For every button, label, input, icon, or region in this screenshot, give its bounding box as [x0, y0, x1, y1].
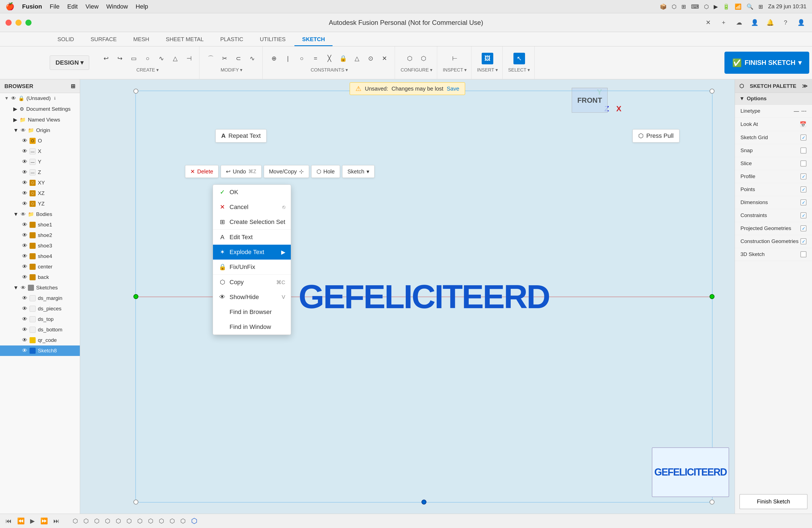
undo-button[interactable]: ↩ Undo ⌘Z	[221, 165, 262, 178]
maximize-button[interactable]	[25, 19, 31, 26]
bottom-icon-next-next[interactable]: ⏭	[52, 516, 60, 526]
ctx-find-in-window[interactable]: Find in Window	[213, 320, 291, 334]
autodesk-icon[interactable]: ⬡	[672, 3, 677, 10]
circle-c-tool[interactable]: ⊙	[365, 53, 376, 64]
tab-utilities[interactable]: UTILITIES	[252, 33, 293, 46]
points-checkbox[interactable]: ✓	[800, 186, 807, 192]
image-tool[interactable]: 🖼	[482, 53, 493, 64]
profile-checkbox[interactable]: ✓	[800, 173, 807, 179]
bottom-icon-prev-prev[interactable]: ⏮	[4, 516, 13, 526]
wave-tool[interactable]: ∿	[246, 53, 258, 64]
canvas-area[interactable]: ⚠ Unsaved: Changes may be lost Save Y X …	[80, 79, 735, 514]
search-icon[interactable]: 🔍	[746, 3, 753, 10]
help-icon[interactable]: ?	[780, 17, 791, 28]
battery-icon[interactable]: 🔋	[723, 3, 730, 10]
timeline-icon1[interactable]: ⬡	[72, 516, 79, 526]
ctx-ok[interactable]: ✓ OK	[213, 185, 291, 200]
ctx-fix-unfix[interactable]: 🔒 Fix/UnFix	[213, 260, 291, 275]
finish-sketch-button[interactable]: ✅ FINISH SKETCH ▾	[724, 52, 809, 74]
ctx-create-selection-set[interactable]: ⊞ Create Selection Set	[213, 215, 291, 230]
measure-tool[interactable]: ⊢	[449, 53, 461, 64]
play-icon[interactable]: ▶	[714, 3, 718, 10]
undo-tool[interactable]: ↩	[100, 53, 112, 64]
ctx-show-hide[interactable]: 👁 Show/Hide V	[213, 290, 291, 305]
tab-solid[interactable]: SOLID	[50, 33, 82, 46]
sidebar-item-sketch8[interactable]: 👁 Sketch8	[0, 346, 80, 356]
sidebar-item-xz[interactable]: 👁 ⬡ XZ	[0, 188, 80, 199]
sidebar-item-z[interactable]: 👁 — Z	[0, 167, 80, 178]
menu-window[interactable]: Window	[106, 3, 128, 10]
menu-file[interactable]: File	[50, 3, 59, 10]
sidebar-item-xy[interactable]: 👁 ⬡ XY	[0, 178, 80, 188]
palette-options-header[interactable]: ▼ Options	[735, 93, 812, 105]
sidebar-item-shoe4[interactable]: 👁 shoe4	[0, 251, 80, 262]
ctx-edit-text[interactable]: A Edit Text	[213, 230, 291, 245]
tab-surface[interactable]: SURFACE	[83, 33, 124, 46]
cursor-tool[interactable]: ↖	[513, 53, 525, 64]
construction-checkbox[interactable]: ✓	[800, 238, 807, 245]
lock-tool[interactable]: 🔒	[337, 53, 349, 64]
close-button[interactable]	[5, 19, 12, 26]
cloud-icon[interactable]: ☁	[734, 17, 744, 28]
timeline-icon10[interactable]: ⬡	[169, 516, 176, 526]
rectangle-tool[interactable]: ▭	[128, 53, 140, 64]
minimize-button[interactable]	[15, 19, 21, 26]
design-button[interactable]: DESIGN ▾	[50, 56, 89, 70]
linetype-icon2[interactable]: ---	[801, 108, 807, 114]
timeline-icon11[interactable]: ⬡	[179, 516, 187, 526]
add-tab-icon[interactable]: +	[718, 17, 729, 28]
sketch-dropdown-button[interactable]: Sketch ▾	[342, 165, 375, 178]
sidebar-item-bodies[interactable]: ▼ 👁 📁 Bodies	[0, 209, 80, 220]
tab-plastic[interactable]: PLASTIC	[213, 33, 251, 46]
timeline-icon5[interactable]: ⬡	[115, 516, 122, 526]
sidebar-item-qr-code[interactable]: 👁 qr_code	[0, 335, 80, 346]
repeat-text-button[interactable]: A Repeat Text	[215, 129, 266, 143]
offset-tool[interactable]: ⊂	[233, 53, 244, 64]
hole-button[interactable]: ⬡ Hole	[311, 165, 340, 178]
look-at-icon[interactable]: 📅	[800, 121, 807, 128]
sidebar-item-sketches[interactable]: ▼ 👁 Sketches	[0, 282, 80, 293]
dropbox-icon[interactable]: 📦	[660, 3, 667, 10]
timeline-icon7[interactable]: ⬡	[136, 516, 144, 526]
sidebar-item-document-settings[interactable]: ▶ ⚙ Document Settings	[0, 104, 80, 114]
cross2-tool[interactable]: ✕	[379, 53, 390, 64]
sidebar-item-y[interactable]: 👁 — Y	[0, 157, 80, 167]
move-copy-button[interactable]: Move/Copy ⊹	[264, 165, 309, 178]
account-icon[interactable]: 👤	[795, 17, 807, 28]
mirror-tool[interactable]: ⊣	[183, 53, 195, 64]
sidebar-item-x[interactable]: 👁 — X	[0, 146, 80, 157]
timeline-icon2[interactable]: ⬡	[82, 516, 90, 526]
sidebar-item-o[interactable]: 👁 O O	[0, 136, 80, 146]
user-icon[interactable]: 👤	[749, 17, 760, 28]
equal-tool[interactable]: =	[309, 53, 321, 64]
sidebar-item-shoe2[interactable]: 👁 shoe2	[0, 230, 80, 240]
slice-checkbox[interactable]	[800, 160, 807, 166]
sidebar-item-ds-top[interactable]: 👁 ds_top	[0, 314, 80, 324]
timeline-icon6[interactable]: ⬡	[126, 516, 133, 526]
apple-menu[interactable]: 🍎	[5, 2, 14, 11]
grid-icon[interactable]: ⊞	[681, 3, 686, 10]
ellipse-tool[interactable]: ○	[296, 53, 307, 64]
app-menu-fusion[interactable]: Fusion	[22, 3, 42, 10]
sketch-grid-checkbox[interactable]: ✓	[800, 134, 807, 141]
constraints-checkbox[interactable]: ✓	[800, 212, 807, 218]
tab-sheet-metal[interactable]: SHEET METAL	[158, 33, 211, 46]
tab-mesh[interactable]: MESH	[126, 33, 157, 46]
bottom-icon-prev[interactable]: ⏪	[16, 516, 26, 526]
vertical-tool[interactable]: |	[282, 53, 294, 64]
menu-edit[interactable]: Edit	[68, 3, 78, 10]
bluetooth-icon[interactable]: ⬡	[704, 3, 709, 10]
triangle-tool[interactable]: △	[351, 53, 363, 64]
wifi-icon[interactable]: 📶	[735, 3, 742, 10]
save-link[interactable]: Save	[447, 86, 459, 92]
timeline-sketch8-icon[interactable]: ⬡	[190, 516, 199, 526]
configure-tool2[interactable]: ⬡	[418, 53, 429, 64]
sidebar-item-shoe3[interactable]: 👁 shoe3	[0, 240, 80, 251]
menu-help[interactable]: Help	[135, 3, 148, 10]
control-center-icon[interactable]: ⊞	[758, 3, 763, 10]
sidebar-item-shoe1[interactable]: 👁 shoe1	[0, 220, 80, 230]
delete-button[interactable]: ✕ Delete	[185, 165, 218, 178]
projected-checkbox[interactable]: ✓	[800, 225, 807, 231]
sidebar-item-center[interactable]: 👁 center	[0, 262, 80, 272]
sidebar-item-yz[interactable]: 👁 ⬡ YZ	[0, 199, 80, 209]
